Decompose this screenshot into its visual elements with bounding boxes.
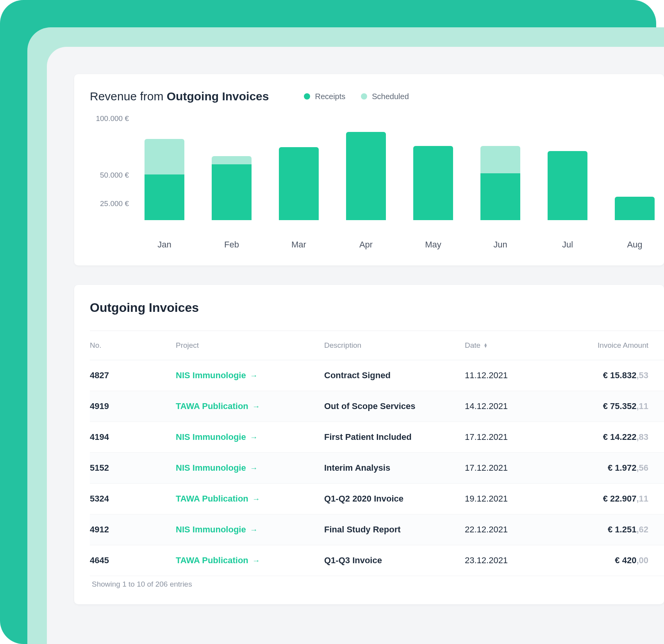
legend-label-receipts: Receipts [315, 92, 345, 101]
chart-title: Revenue from Outgoing Invoices [90, 90, 269, 103]
project-link-label: NIS Immunologie [176, 463, 246, 473]
bar-may[interactable] [413, 119, 453, 220]
th-date[interactable]: Date ▲▼ [465, 341, 559, 350]
y-tick: 50.000 € [100, 171, 129, 180]
amount-cents: ,11 [636, 401, 648, 411]
table-header-row: No. Project Description Date ▲▼ Invoice … [90, 331, 664, 360]
chart-header: Revenue from Outgoing Invoices Receipts … [90, 90, 664, 103]
cell-date: 23.12.2021 [465, 555, 559, 566]
cell-project: NIS Immunologie→ [176, 463, 324, 473]
th-date-label: Date [465, 341, 480, 350]
cell-amount: € 15.832,53 [559, 370, 652, 381]
legend-dot-scheduled-icon [361, 93, 367, 100]
cell-no: 5152 [90, 463, 176, 473]
cell-project: TAWA Publication→ [176, 494, 324, 504]
bar-receipts [145, 174, 184, 220]
cell-no: 5324 [90, 494, 176, 504]
x-label: Mar [279, 240, 319, 250]
amount-main: € 22.907 [603, 494, 637, 503]
project-link[interactable]: NIS Immunologie→ [176, 525, 258, 535]
bar-receipts [548, 151, 587, 220]
cell-project: NIS Immunologie→ [176, 525, 324, 535]
y-tick: 100.000 € [96, 114, 129, 123]
project-link[interactable]: NIS Immunologie→ [176, 370, 258, 381]
bar-jul[interactable] [548, 119, 587, 220]
cell-no: 4919 [90, 401, 176, 411]
cell-description: Q1-Q3 Invoice [324, 555, 465, 566]
th-project[interactable]: Project [176, 341, 324, 350]
bar-feb[interactable] [212, 119, 252, 220]
cell-date: 22.12.2021 [465, 525, 559, 535]
table-row[interactable]: 4912NIS Immunologie→Final Study Report22… [90, 514, 664, 545]
cell-amount: € 420,00 [559, 555, 652, 566]
project-link[interactable]: TAWA Publication→ [176, 555, 260, 566]
table-row[interactable]: 4194NIS Immunologie→First Patient Includ… [90, 422, 664, 453]
arrow-right-icon: → [250, 525, 258, 534]
bar-aug[interactable] [615, 119, 655, 220]
arrow-right-icon: → [252, 495, 260, 503]
invoices-table: No. Project Description Date ▲▼ Invoice … [90, 331, 664, 576]
th-no[interactable]: No. [90, 341, 176, 350]
cell-no: 4912 [90, 525, 176, 535]
amount-main: € 14.222 [603, 432, 637, 442]
bar-jun[interactable] [480, 119, 520, 220]
legend-item-scheduled[interactable]: Scheduled [361, 92, 409, 101]
cell-description: First Patient Included [324, 432, 465, 442]
th-amount[interactable]: Invoice Amount [559, 341, 652, 350]
chart-legend: Receipts Scheduled [304, 92, 409, 101]
table-footer-text: Showing 1 to 10 of 206 entries [90, 580, 664, 589]
bar-jan[interactable] [145, 119, 184, 220]
arrow-right-icon: → [252, 402, 260, 411]
table-row[interactable]: 4919TAWA Publication→Out of Scope Servic… [90, 391, 664, 422]
project-link[interactable]: TAWA Publication→ [176, 494, 260, 504]
chart-y-axis: 100.000 € 50.000 € 25.000 € [90, 119, 137, 232]
bar-apr[interactable] [346, 119, 386, 220]
project-link-label: NIS Immunologie [176, 432, 246, 442]
x-label: Feb [212, 240, 252, 250]
cell-no: 4645 [90, 555, 176, 566]
cell-amount: € 1.972,56 [559, 463, 652, 473]
table-row[interactable]: 5152NIS Immunologie→Interim Analysis17.1… [90, 453, 664, 484]
cell-amount: € 22.907,11 [559, 494, 652, 504]
cell-date: 14.12.2021 [465, 401, 559, 411]
cell-no: 4827 [90, 370, 176, 381]
amount-main: € 1.251 [608, 525, 636, 534]
outgoing-invoices-card: Outgoing Invoices No. Project Descriptio… [74, 285, 664, 604]
cell-amount: € 14.222,83 [559, 432, 652, 442]
cell-amount: € 1.251,62 [559, 525, 652, 535]
cell-project: TAWA Publication→ [176, 555, 324, 566]
table-row[interactable]: 4645TAWA Publication→Q1-Q3 Invoice23.12.… [90, 545, 664, 576]
cell-date: 19.12.2021 [465, 494, 559, 504]
project-link[interactable]: NIS Immunologie→ [176, 432, 258, 442]
legend-item-receipts[interactable]: Receipts [304, 92, 345, 101]
th-description[interactable]: Description [324, 341, 465, 350]
x-label: Jun [480, 240, 520, 250]
x-label: Jul [548, 240, 587, 250]
cell-amount: € 75.352,11 [559, 401, 652, 411]
project-link[interactable]: TAWA Publication→ [176, 401, 260, 411]
project-link-label: NIS Immunologie [176, 370, 246, 381]
project-link-label: TAWA Publication [176, 555, 248, 566]
table-row[interactable]: 5324TAWA Publication→Q1-Q2 2020 Invoice1… [90, 484, 664, 514]
chart-title-bold: Outgoing Invoices [167, 90, 269, 103]
bar-scheduled [212, 156, 252, 164]
cell-no: 4194 [90, 432, 176, 442]
legend-dot-receipts-icon [304, 93, 310, 100]
sort-icon: ▲▼ [484, 343, 487, 348]
arrow-right-icon: → [250, 464, 258, 473]
x-label: May [413, 240, 453, 250]
table-row[interactable]: 4827NIS Immunologie→Contract Signed11.12… [90, 360, 664, 391]
amount-main: € 15.832 [603, 370, 637, 380]
amount-cents: ,11 [636, 494, 648, 503]
bar-mar[interactable] [279, 119, 319, 220]
chart-plot-area [137, 119, 664, 220]
amount-cents: ,56 [636, 463, 648, 473]
legend-label-scheduled: Scheduled [372, 92, 409, 101]
chart-x-axis: JanFebMarAprMayJunJulAug [90, 240, 664, 250]
project-link-label: TAWA Publication [176, 494, 248, 504]
project-link[interactable]: NIS Immunologie→ [176, 463, 258, 473]
x-label: Aug [615, 240, 655, 250]
cell-project: NIS Immunologie→ [176, 370, 324, 381]
amount-cents: ,53 [636, 370, 648, 380]
chart-title-prefix: Revenue from [90, 90, 167, 103]
